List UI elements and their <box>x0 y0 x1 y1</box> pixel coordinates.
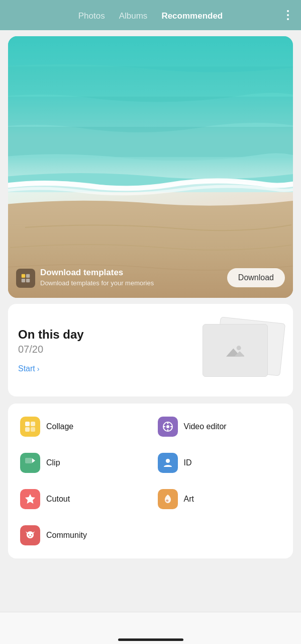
dot-icon <box>287 10 289 12</box>
video-editor-svg <box>162 421 174 433</box>
community-label: Community <box>46 531 87 540</box>
video-editor-icon <box>158 417 178 437</box>
clip-label: Clip <box>46 458 60 467</box>
home-indicator <box>118 638 183 641</box>
collage-label: Collage <box>46 422 73 431</box>
svg-rect-13 <box>25 427 30 432</box>
svg-rect-11 <box>25 422 30 426</box>
svg-rect-4 <box>26 279 30 282</box>
on-this-day-card: On this day 07/20 Start › <box>8 304 293 396</box>
id-label: ID <box>184 458 192 467</box>
svg-point-8 <box>237 346 241 350</box>
hero-overlay: Download templates Download templates fo… <box>8 259 293 298</box>
download-button[interactable]: Download <box>227 268 285 287</box>
start-label: Start <box>18 364 35 373</box>
art-label: Art <box>184 495 194 504</box>
template-icon <box>20 273 31 284</box>
on-this-day-left: On this day 07/20 Start › <box>18 328 84 373</box>
bottom-navigation <box>0 612 301 644</box>
community-svg <box>24 529 36 541</box>
clip-icon <box>20 453 40 473</box>
collage-icon <box>20 417 40 437</box>
id-svg <box>162 457 174 469</box>
hero-info: Download templates Download templates fo… <box>16 268 154 288</box>
art-svg <box>162 493 174 505</box>
community-icon <box>20 525 40 545</box>
svg-rect-1 <box>22 274 25 278</box>
photo-stack <box>203 315 283 385</box>
chevron-right-icon: › <box>37 365 40 373</box>
dot-icon <box>287 14 289 16</box>
start-button[interactable]: Start › <box>18 364 39 373</box>
hero-text: Download templates Download templates fo… <box>40 268 154 287</box>
collage-svg <box>24 421 36 433</box>
svg-rect-14 <box>31 427 35 432</box>
feature-community[interactable]: Community <box>13 517 151 553</box>
id-icon <box>158 453 178 473</box>
cutout-label: Cutout <box>46 495 70 504</box>
on-this-day-date: 07/20 <box>18 344 84 355</box>
app-header: Photos Albums Recommended <box>0 0 301 30</box>
features-grid: Collage Video editor <box>13 409 288 553</box>
clip-svg <box>24 457 36 469</box>
svg-point-24 <box>28 534 29 535</box>
art-icon <box>158 489 178 509</box>
tab-albums[interactable]: Albums <box>119 9 148 23</box>
photo-placeholder-icon-2 <box>226 344 244 358</box>
nav-tabs: Photos Albums Recommended <box>78 9 223 23</box>
svg-point-23 <box>166 459 170 463</box>
dot-icon <box>287 18 289 20</box>
features-card: Collage Video editor <box>8 404 293 558</box>
hero-title: Download templates <box>40 268 154 278</box>
feature-cutout[interactable]: Cutout <box>13 481 151 517</box>
cutout-icon <box>20 489 40 509</box>
feature-clip[interactable]: Clip <box>13 445 151 481</box>
feature-id[interactable]: ID <box>151 445 288 481</box>
svg-rect-21 <box>25 458 32 463</box>
on-this-day-title: On this day <box>18 328 84 342</box>
svg-point-25 <box>31 534 32 535</box>
photo-front <box>203 324 268 377</box>
svg-point-16 <box>166 425 169 428</box>
hero-subtitle: Download templates for your memories <box>40 279 154 287</box>
hero-card: Download templates Download templates fo… <box>8 36 293 298</box>
feature-art[interactable]: Art <box>151 481 288 517</box>
svg-marker-22 <box>32 458 35 463</box>
cutout-svg <box>24 493 36 505</box>
svg-rect-2 <box>26 274 30 278</box>
video-editor-label: Video editor <box>184 422 227 431</box>
download-templates-icon <box>16 269 35 288</box>
tab-photos[interactable]: Photos <box>78 9 105 23</box>
svg-rect-12 <box>31 422 35 426</box>
more-menu-button[interactable] <box>284 7 292 23</box>
feature-video-editor[interactable]: Video editor <box>151 409 288 445</box>
feature-collage[interactable]: Collage <box>13 409 151 445</box>
tab-recommended[interactable]: Recommended <box>161 9 223 23</box>
svg-rect-3 <box>22 279 25 282</box>
